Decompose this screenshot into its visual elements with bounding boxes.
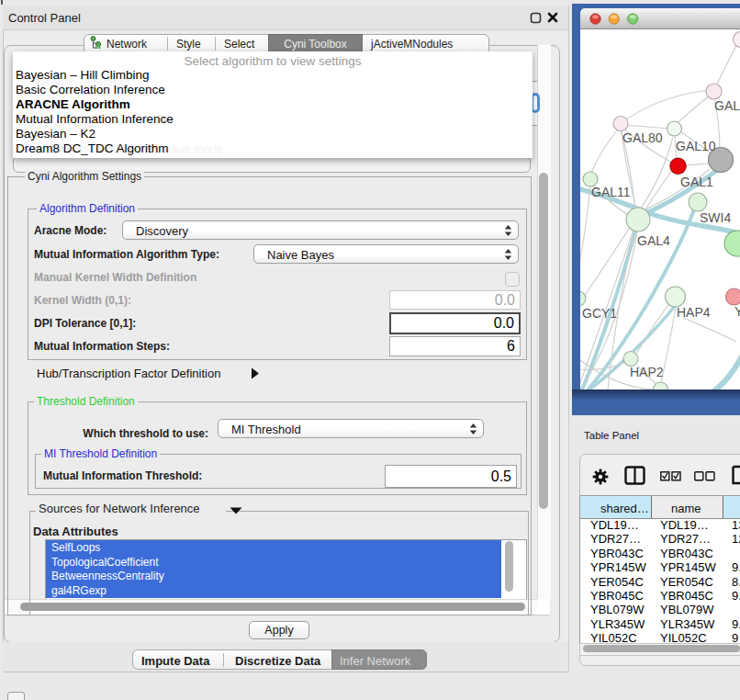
svg-text:HAP4: HAP4 (677, 305, 711, 320)
svg-text:GAL: GAL (714, 98, 740, 113)
svg-text:GAL11: GAL11 (591, 185, 631, 199)
svg-text:SWI4: SWI4 (700, 210, 731, 225)
svg-text:GAL4: GAL4 (637, 233, 670, 248)
svg-text:GAL1: GAL1 (680, 175, 713, 189)
svg-text:HAP2: HAP2 (630, 365, 664, 379)
svg-text:GAL80: GAL80 (622, 130, 663, 145)
svg-text:GCY1: GCY1 (582, 306, 617, 321)
svg-text:Y: Y (734, 304, 740, 319)
svg-text:GAL10: GAL10 (676, 139, 716, 153)
